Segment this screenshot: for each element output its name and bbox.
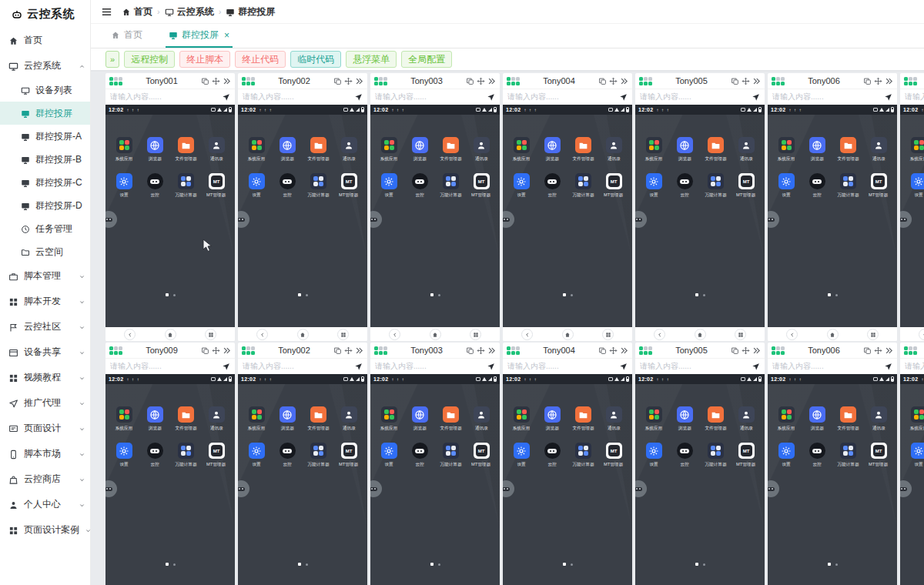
copy-icon[interactable] xyxy=(598,77,607,85)
move-icon[interactable] xyxy=(742,77,750,85)
phone-app-mt-manager[interactable]: MT MT管理器 xyxy=(201,173,232,199)
move-icon[interactable] xyxy=(477,77,485,85)
phone-app-mt-manager[interactable]: MT MT管理器 xyxy=(731,443,762,468)
home-button[interactable] xyxy=(695,329,706,340)
sidebar-item[interactable]: 群控投屏-A xyxy=(0,125,90,148)
phone-app-browser[interactable]: 浏览器 xyxy=(537,137,567,162)
phone-app-settings[interactable]: 设置 xyxy=(373,443,404,468)
recents-button[interactable] xyxy=(602,329,614,340)
phone-app-calculator[interactable]: 万能计算器 xyxy=(170,443,201,468)
send-icon[interactable] xyxy=(752,93,760,102)
sidebar-item[interactable]: 页面设计 xyxy=(0,416,90,441)
copy-icon[interactable] xyxy=(731,346,739,355)
toolbar-button[interactable]: 远程控制 xyxy=(124,51,175,68)
home-button[interactable] xyxy=(430,329,441,340)
phone-app-contacts[interactable]: 通讯录 xyxy=(598,406,629,432)
floating-assistant-button[interactable] xyxy=(238,480,249,497)
chevrons-right-icon[interactable] xyxy=(752,77,761,85)
chevrons-right-icon[interactable] xyxy=(355,346,363,355)
phone-screen[interactable]: 12:02 ↑ ↑ ↑ 系统应用 浏览器 文件管理器 通讯录 设置 云控 万能计… xyxy=(370,374,500,585)
sidebar-item[interactable]: 视频教程 xyxy=(0,365,90,390)
phone-app-cloud-control[interactable]: 云控 xyxy=(802,443,832,468)
chevrons-right-icon[interactable] xyxy=(355,77,363,85)
phone-app-calculator[interactable]: 万能计算器 xyxy=(567,443,598,468)
phone-app-system-apps[interactable]: 系统应用 xyxy=(771,406,802,432)
send-icon[interactable] xyxy=(487,93,495,102)
move-icon[interactable] xyxy=(609,346,618,355)
phone-app-mt-manager[interactable]: MT MT管理器 xyxy=(598,443,629,468)
phone-app-calculator[interactable]: 万能计算器 xyxy=(832,443,863,468)
back-button[interactable] xyxy=(786,329,798,340)
copy-icon[interactable] xyxy=(731,77,739,85)
phone-app-mt-manager[interactable]: MT MT管理器 xyxy=(201,443,232,468)
phone-app-contacts[interactable]: 通讯录 xyxy=(466,406,497,432)
phone-app-system-apps[interactable]: 系统应用 xyxy=(638,406,669,432)
phone-app-cloud-control[interactable]: 云控 xyxy=(537,173,567,199)
sidebar-item[interactable]: 设备共享 xyxy=(0,339,90,365)
move-icon[interactable] xyxy=(477,346,485,355)
sidebar-item[interactable]: 推广代理 xyxy=(0,390,90,416)
menu-collapse-icon[interactable] xyxy=(101,6,112,18)
chevrons-right-icon[interactable] xyxy=(487,346,496,355)
recents-button[interactable] xyxy=(470,329,481,340)
phone-screen[interactable]: 12:02 ↑ ↑ ↑ 系统应用 浏览器 文件管理器 通讯录 设置 云控 万能计… xyxy=(370,105,500,327)
phone-app-mt-manager[interactable]: MT MT管理器 xyxy=(863,443,894,468)
phone-app-browser[interactable]: 浏览器 xyxy=(404,406,435,432)
message-input[interactable]: 请输入内容...... xyxy=(640,361,748,372)
back-button[interactable] xyxy=(256,329,268,340)
phone-screen[interactable]: 12:02 ↑ ↑ ↑ 系统应用 浏览器 文件管理器 通讯录 设置 云控 万能计… xyxy=(900,374,924,585)
phone-app-mt-manager[interactable]: MT MT管理器 xyxy=(333,173,364,199)
move-icon[interactable] xyxy=(344,346,353,355)
phone-app-settings[interactable]: 设置 xyxy=(109,443,139,468)
sidebar-item[interactable]: 脚本管理 xyxy=(0,263,90,289)
phone-app-settings[interactable]: 设置 xyxy=(903,443,924,468)
floating-assistant-button[interactable] xyxy=(635,480,647,497)
phone-app-browser[interactable]: 浏览器 xyxy=(272,137,303,162)
move-icon[interactable] xyxy=(874,346,882,355)
phone-app-contacts[interactable]: 通讯录 xyxy=(731,406,762,432)
phone-app-file-manager[interactable]: 文件管理器 xyxy=(303,137,333,162)
move-icon[interactable] xyxy=(212,346,220,355)
message-input[interactable]: 请输入内容...... xyxy=(772,361,881,372)
phone-app-settings[interactable]: 设置 xyxy=(771,173,802,199)
message-input[interactable]: 请输入内容...... xyxy=(110,92,219,102)
phone-app-file-manager[interactable]: 文件管理器 xyxy=(832,406,863,432)
copy-icon[interactable] xyxy=(863,77,872,85)
phone-app-settings[interactable]: 设置 xyxy=(903,173,924,199)
floating-assistant-button[interactable] xyxy=(105,211,117,228)
phone-app-cloud-control[interactable]: 云控 xyxy=(139,443,170,468)
recents-button[interactable] xyxy=(205,329,216,340)
phone-screen[interactable]: 12:02 ↑ ↑ ↑ 系统应用 浏览器 文件管理器 通讯录 设置 云控 万能计… xyxy=(635,374,765,585)
message-input[interactable]: 请输入内容...... xyxy=(243,361,351,372)
phone-app-file-manager[interactable]: 文件管理器 xyxy=(303,406,333,432)
phone-app-cloud-control[interactable]: 云控 xyxy=(272,443,303,468)
sidebar-item[interactable]: 云控商店 xyxy=(0,466,90,492)
phone-app-mt-manager[interactable]: MT MT管理器 xyxy=(598,173,629,199)
move-icon[interactable] xyxy=(344,77,353,85)
message-input[interactable]: 请输入内容...... xyxy=(243,92,351,102)
chevrons-right-icon[interactable] xyxy=(620,346,628,355)
phone-screen[interactable]: 12:02 ↑ ↑ ↑ 系统应用 浏览器 文件管理器 通讯录 设置 云控 万能计… xyxy=(238,105,367,327)
phone-app-contacts[interactable]: 通讯录 xyxy=(466,137,497,162)
sidebar-item[interactable]: 云控系统 xyxy=(0,53,90,79)
tab-home[interactable]: 首页 xyxy=(108,24,146,48)
close-icon[interactable]: × xyxy=(224,30,229,41)
phone-app-settings[interactable]: 设置 xyxy=(771,443,802,468)
send-icon[interactable] xyxy=(884,363,892,371)
move-icon[interactable] xyxy=(609,77,618,85)
floating-assistant-button[interactable] xyxy=(503,480,514,497)
phone-app-cloud-control[interactable]: 云控 xyxy=(669,443,700,468)
home-button[interactable] xyxy=(297,329,309,340)
send-icon[interactable] xyxy=(619,363,628,371)
sidebar-item[interactable]: 群控投屏-B xyxy=(0,148,90,171)
home-button[interactable] xyxy=(562,329,574,340)
phone-screen[interactable]: 12:02 ↑ ↑ ↑ 系统应用 浏览器 文件管理器 通讯录 设置 云控 万能计… xyxy=(635,105,765,327)
sidebar-item[interactable]: 云控社区 xyxy=(0,314,90,339)
recents-button[interactable] xyxy=(735,329,746,340)
phone-app-system-apps[interactable]: 系统应用 xyxy=(373,137,404,162)
phone-screen[interactable]: 12:02 ↑ ↑ ↑ 系统应用 浏览器 文件管理器 通讯录 设置 云控 万能计… xyxy=(900,105,924,327)
phone-app-settings[interactable]: 设置 xyxy=(241,443,272,468)
phone-screen[interactable]: 12:02 ↑ ↑ ↑ 系统应用 浏览器 文件管理器 通讯录 设置 云控 万能计… xyxy=(105,374,235,585)
phone-app-cloud-control[interactable]: 云控 xyxy=(272,173,303,199)
phone-app-cloud-control[interactable]: 云控 xyxy=(537,443,567,468)
